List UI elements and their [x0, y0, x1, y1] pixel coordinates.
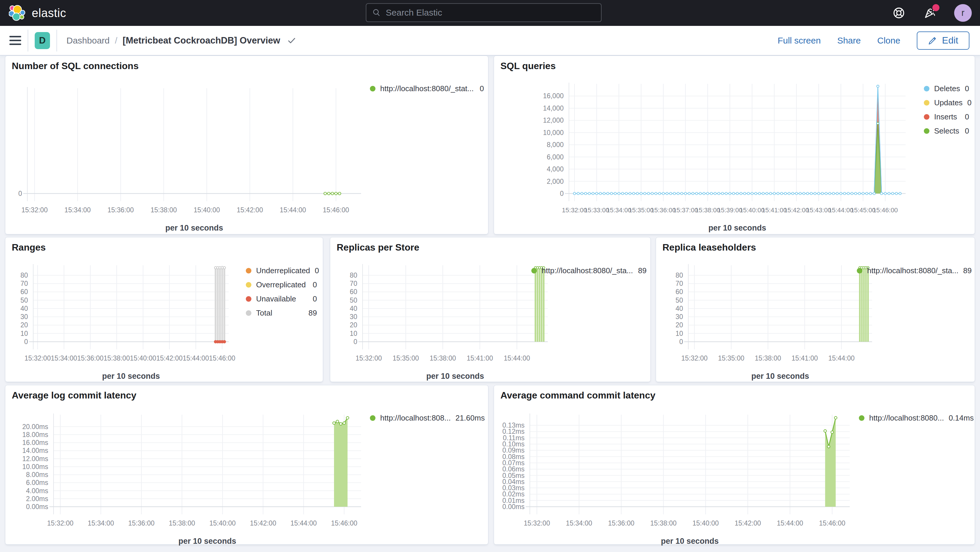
clone-button[interactable]: Clone	[877, 36, 900, 46]
avatar-initial: r	[961, 8, 964, 18]
legend-series-label: Unavailable	[256, 294, 296, 304]
legend-series-dot	[857, 268, 862, 274]
legend-series-value: 0	[480, 84, 484, 93]
legend-item[interactable]: Deletes0	[924, 84, 969, 93]
legend-item[interactable]: Underreplicated0	[246, 266, 317, 275]
breadcrumb-dashboard-link[interactable]: Dashboard	[67, 36, 110, 46]
chart-average-command-commit-latency[interactable]: 0.00ms0.01ms0.02ms0.03ms0.04ms0.05ms0.06…	[494, 385, 975, 545]
logo-wordmark: elastic	[32, 6, 66, 20]
svg-text:15:32:00: 15:32:00	[21, 206, 48, 214]
svg-text:10: 10	[350, 330, 357, 337]
legend-series-label: http://localhost:8080/_sta...	[542, 266, 633, 275]
svg-text:40: 40	[675, 305, 683, 312]
svg-text:80: 80	[20, 272, 28, 279]
svg-text:15:32:00: 15:32:00	[47, 519, 73, 527]
svg-text:15:38:00: 15:38:00	[430, 355, 456, 362]
legend-series-dot	[246, 268, 251, 274]
global-search[interactable]	[366, 3, 601, 22]
newsfeed-button[interactable]	[923, 6, 937, 20]
chart-sql-queries[interactable]: 02,0004,0006,0008,00010,00012,00014,0001…	[494, 56, 975, 235]
full-screen-button[interactable]: Full screen	[778, 36, 821, 46]
legend-series-dot	[370, 86, 375, 91]
search-input[interactable]	[386, 8, 595, 17]
legend-series-label: http://localhost:8080/_sta...	[867, 266, 959, 275]
page-title: [Metricbeat CockroachDB] Overview	[123, 35, 280, 46]
legend-item[interactable]: http://localhost:8080/_sta...89	[531, 266, 647, 275]
legend-item[interactable]: Total89	[246, 309, 317, 318]
legend-item[interactable]: http://localhost:8080/_sta...89	[857, 266, 972, 275]
svg-text:15:43:00: 15:43:00	[806, 207, 831, 214]
svg-text:15:38:00: 15:38:00	[755, 355, 781, 362]
edit-button[interactable]: Edit	[917, 32, 969, 50]
svg-text:15:34:00: 15:34:00	[64, 206, 91, 214]
svg-text:15:35:00: 15:35:00	[718, 355, 745, 362]
svg-text:15:44:00: 15:44:00	[291, 519, 317, 527]
svg-text:15:34:00: 15:34:00	[51, 355, 77, 362]
dashboard-toolbar: D Dashboard / [Metricbeat CockroachDB] O…	[0, 26, 980, 56]
panel-replica-leaseholders: Replica leaseholders 0102030405060708015…	[656, 237, 975, 382]
legend-series-dot	[924, 128, 929, 134]
svg-text:70: 70	[350, 280, 357, 287]
share-button[interactable]: Share	[837, 36, 861, 46]
svg-text:60: 60	[20, 288, 28, 296]
svg-text:15:40:00: 15:40:00	[130, 355, 156, 362]
chart-number-of-sql-connections[interactable]: 015:32:0015:34:0015:36:0015:38:0015:40:0…	[5, 56, 489, 235]
legend-item[interactable]: http://localhost:808...21.60ms	[370, 414, 485, 423]
svg-text:20: 20	[20, 321, 28, 329]
help-button[interactable]	[892, 6, 906, 20]
svg-text:10,000: 10,000	[543, 129, 564, 137]
legend-item[interactable]: Unavailable0	[246, 294, 317, 304]
svg-text:20: 20	[350, 321, 357, 329]
legend-series-value: 89	[963, 266, 972, 275]
svg-text:15:44:00: 15:44:00	[828, 355, 855, 362]
chart-replica-leaseholders[interactable]: 0102030405060708015:32:0015:35:0015:38:0…	[656, 237, 975, 382]
svg-text:15:42:00: 15:42:00	[237, 206, 263, 214]
legend-item[interactable]: Selects0	[924, 126, 969, 135]
svg-text:15:44:00: 15:44:00	[183, 355, 209, 362]
svg-text:6,000: 6,000	[547, 153, 564, 161]
legend-series-dot	[246, 282, 251, 288]
chart-replicas-per-store[interactable]: 0102030405060708015:32:0015:35:0015:38:0…	[330, 237, 651, 382]
elastic-logo[interactable]: elastic	[9, 5, 66, 21]
legend-item[interactable]: http://localhost:8080/_stat...0	[370, 84, 484, 93]
svg-text:15:42:00: 15:42:00	[250, 519, 277, 527]
divider	[28, 30, 28, 51]
space-badge[interactable]: D	[35, 32, 50, 49]
svg-text:15:44:00: 15:44:00	[280, 206, 306, 214]
svg-text:per 10 seconds: per 10 seconds	[751, 372, 809, 380]
legend-item[interactable]: Updates0	[924, 98, 969, 107]
svg-text:70: 70	[675, 280, 683, 287]
svg-text:20.00ms: 20.00ms	[22, 423, 48, 431]
check-icon	[287, 36, 296, 45]
svg-text:60: 60	[675, 288, 683, 296]
user-avatar[interactable]: r	[954, 4, 972, 22]
svg-text:30: 30	[20, 313, 28, 321]
chart-average-log-commit-latency[interactable]: 0.00ms2.00ms4.00ms6.00ms8.00ms10.00ms12.…	[5, 385, 489, 545]
svg-text:10: 10	[675, 330, 683, 337]
svg-text:15:38:00: 15:38:00	[151, 206, 177, 214]
menu-icon[interactable]	[10, 36, 21, 45]
svg-text:14.00ms: 14.00ms	[22, 447, 48, 454]
svg-text:12.00ms: 12.00ms	[22, 455, 48, 463]
legend-item[interactable]: Overreplicated0	[246, 280, 317, 290]
legend-item[interactable]: Inserts0	[924, 112, 969, 121]
svg-text:80: 80	[350, 272, 357, 279]
legend-series-label: Selects	[934, 126, 959, 135]
svg-text:15:46:00: 15:46:00	[209, 355, 235, 362]
svg-text:15:41:00: 15:41:00	[467, 355, 493, 362]
panel-ranges: Ranges 0102030405060708015:32:0015:34:00…	[5, 237, 323, 382]
svg-text:50: 50	[675, 296, 683, 304]
svg-text:15:44:00: 15:44:00	[777, 519, 803, 527]
svg-text:15:36:00: 15:36:00	[108, 206, 134, 214]
svg-text:16,000: 16,000	[543, 92, 564, 100]
svg-text:15:33:00: 15:33:00	[584, 207, 609, 214]
pencil-icon	[928, 36, 937, 45]
legend-series-label: Overreplicated	[256, 280, 306, 290]
svg-text:0.00ms: 0.00ms	[26, 503, 48, 511]
legend-item[interactable]: http://localhost:8080...0.14ms	[859, 414, 971, 423]
svg-text:15:36:00: 15:36:00	[77, 355, 104, 362]
svg-text:15:40:00: 15:40:00	[740, 207, 765, 214]
svg-text:70: 70	[20, 280, 28, 287]
legend-series-value: 0.14ms	[948, 414, 974, 423]
legend-series-value: 0	[313, 280, 317, 290]
